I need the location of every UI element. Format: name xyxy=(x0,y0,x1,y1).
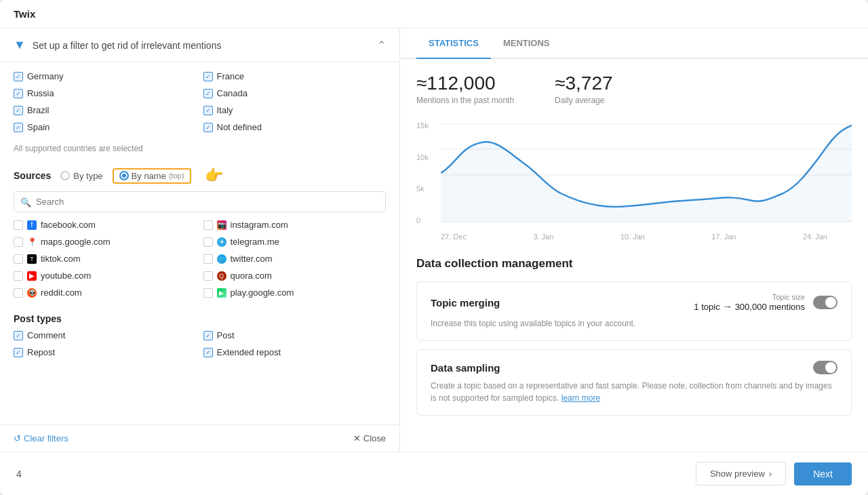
source-play-google[interactable]: ▶ play.google.com xyxy=(203,285,387,300)
chart-x-labels: 27. Dec 3. Jan 10. Jan 17. Jan 24. Jan xyxy=(416,230,852,241)
app-footer: 4 Show preview › Next xyxy=(0,452,868,495)
search-box: 🔍 xyxy=(14,191,386,212)
country-not-defined-checkbox[interactable] xyxy=(203,123,213,132)
search-input[interactable] xyxy=(14,191,386,212)
country-italy-label: Italy xyxy=(217,105,233,115)
source-play-google-checkbox[interactable] xyxy=(203,288,213,298)
app-window: Twix ▼ Set up a filter to get rid of irr… xyxy=(0,0,868,495)
filter-header: ▼ Set up a filter to get rid of irreleva… xyxy=(0,28,399,62)
country-canada-label: Canada xyxy=(217,88,248,98)
post-type-extended-repost[interactable]: Extended repost xyxy=(203,345,387,359)
source-youtube-checkbox[interactable] xyxy=(14,271,23,281)
filter-title: Set up a filter to get rid of irrelevant… xyxy=(33,40,222,51)
chart-x-dec27: 27. Dec xyxy=(441,233,467,241)
reddit-icon: 👽 xyxy=(27,288,37,298)
source-telegram-label: telegram.me xyxy=(231,237,279,247)
chevron-right-icon: › xyxy=(769,469,772,479)
maps-icon: 📍 xyxy=(27,237,37,247)
country-canada[interactable]: Canada xyxy=(203,86,387,100)
show-preview-button[interactable]: Show preview › xyxy=(696,462,786,486)
data-sampling-card: Data sampling Create a topic based on a … xyxy=(416,349,852,416)
left-panel: ▼ Set up a filter to get rid of irreleva… xyxy=(0,28,400,452)
source-tiktok[interactable]: T tiktok.com xyxy=(14,252,197,266)
tab-statistics[interactable]: STATISTICS xyxy=(416,28,491,59)
post-types-label: Post types xyxy=(14,306,386,328)
source-maps-checkbox[interactable] xyxy=(14,237,23,247)
country-spain-checkbox[interactable] xyxy=(14,123,23,132)
next-button[interactable]: Next xyxy=(794,462,852,486)
source-twitter[interactable]: 🐦 twitter.com xyxy=(203,252,387,266)
show-preview-label: Show preview xyxy=(710,469,765,479)
post-type-comment[interactable]: Comment xyxy=(14,328,197,342)
country-spain[interactable]: Spain xyxy=(14,120,197,134)
country-not-defined[interactable]: Not defined xyxy=(203,120,387,134)
tab-mentions[interactable]: MENTIONS xyxy=(491,28,562,59)
stat-daily: ≈3,727 Daily average xyxy=(555,73,612,105)
post-type-comment-label: Comment xyxy=(27,330,65,340)
close-button[interactable]: ✕ Close xyxy=(353,433,386,443)
data-sampling-desc: Create a topic based on a representative… xyxy=(431,380,837,404)
country-germany[interactable]: Germany xyxy=(14,69,197,83)
top-badge: (top) xyxy=(169,172,184,180)
topic-size-value: 1 topic xyxy=(694,302,719,312)
data-sampling-toggle[interactable] xyxy=(813,361,837,374)
all-selected-note: All supported countries are selected xyxy=(14,141,386,160)
country-russia-checkbox[interactable] xyxy=(14,89,23,98)
country-russia[interactable]: Russia xyxy=(14,86,197,100)
country-germany-checkbox[interactable] xyxy=(14,72,23,81)
country-france[interactable]: France xyxy=(203,69,387,83)
source-facebook[interactable]: f facebook.com xyxy=(14,218,197,232)
source-maps[interactable]: 📍 maps.google.com xyxy=(14,235,197,249)
radio-by-name-btn[interactable] xyxy=(119,171,129,180)
stats-row: ≈112,000 Mentions in the past month ≈3,7… xyxy=(416,73,852,105)
post-type-post-checkbox[interactable] xyxy=(203,331,213,340)
learn-more-link[interactable]: learn more xyxy=(561,393,600,403)
radio-by-name[interactable]: By name (top) xyxy=(113,168,191,184)
source-quora[interactable]: Q quora.com xyxy=(203,269,387,283)
topic-size-label: Topic size xyxy=(694,293,805,301)
footer-right: Show preview › Next xyxy=(696,462,852,486)
source-youtube[interactable]: ▶ youtube.com xyxy=(14,269,197,283)
radio-by-type[interactable]: By type xyxy=(60,171,102,181)
country-canada-checkbox[interactable] xyxy=(203,89,213,98)
source-twitter-checkbox[interactable] xyxy=(203,254,213,264)
country-italy[interactable]: Italy xyxy=(203,103,387,117)
source-quora-checkbox[interactable] xyxy=(203,271,213,281)
right-content: ≈112,000 Mentions in the past month ≈3,7… xyxy=(400,59,868,452)
post-type-post[interactable]: Post xyxy=(203,328,387,342)
topic-merging-title: Topic merging xyxy=(431,297,500,309)
source-instagram[interactable]: 📷 instagram.com xyxy=(203,218,387,232)
topic-size-mentions: 300,000 mentions xyxy=(735,302,805,312)
source-facebook-checkbox[interactable] xyxy=(14,220,23,230)
source-reddit-checkbox[interactable] xyxy=(14,288,23,298)
chart-y-15k: 15k xyxy=(416,121,441,130)
post-type-comment-checkbox[interactable] xyxy=(14,331,23,340)
source-reddit[interactable]: 👽 reddit.com xyxy=(14,285,197,300)
source-telegram[interactable]: ✈ telegram.me xyxy=(203,235,387,249)
post-type-repost-checkbox[interactable] xyxy=(14,348,23,357)
country-brazil-checkbox[interactable] xyxy=(14,106,23,115)
source-instagram-checkbox[interactable] xyxy=(203,220,213,230)
topic-merging-toggle[interactable] xyxy=(813,296,837,309)
filter-icon: ▼ xyxy=(14,38,26,52)
country-italy-checkbox[interactable] xyxy=(203,106,213,115)
source-tiktok-checkbox[interactable] xyxy=(14,254,23,264)
radio-by-type-btn[interactable] xyxy=(60,171,70,180)
clear-filters-button[interactable]: ↺ Clear filters xyxy=(14,433,68,443)
post-type-repost[interactable]: Repost xyxy=(14,345,197,359)
next-label: Next xyxy=(813,469,833,479)
country-not-defined-label: Not defined xyxy=(217,122,262,132)
source-maps-label: maps.google.com xyxy=(41,237,111,247)
clear-filters-label: Clear filters xyxy=(24,433,68,443)
tab-mentions-label: MENTIONS xyxy=(503,38,550,48)
chart-y-5k: 5k xyxy=(416,184,441,193)
post-type-extended-repost-label: Extended repost xyxy=(217,347,281,357)
post-type-extended-repost-checkbox[interactable] xyxy=(203,348,213,357)
source-telegram-checkbox[interactable] xyxy=(203,237,213,247)
country-brazil[interactable]: Brazil xyxy=(14,103,197,117)
youtube-icon: ▶ xyxy=(27,271,37,281)
collapse-icon[interactable]: ⌃ xyxy=(377,39,386,52)
filter-header-left: ▼ Set up a filter to get rid of irreleva… xyxy=(14,38,221,52)
country-france-checkbox[interactable] xyxy=(203,72,213,81)
chart-x-jan24: 24. Jan xyxy=(803,233,827,241)
